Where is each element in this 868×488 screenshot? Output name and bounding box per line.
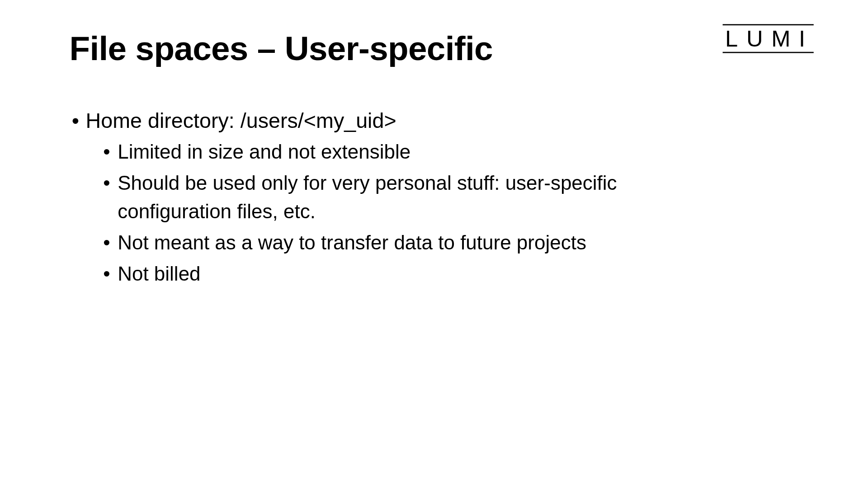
list-item: Limited in size and not extensible: [70, 137, 712, 166]
list-item: Home directory: /users/<my_uid>: [70, 105, 712, 136]
list-item: Not billed: [70, 260, 712, 289]
logo: LUMI: [723, 24, 814, 53]
list-item: Should be used only for very personal st…: [70, 169, 712, 226]
slide-content: Home directory: /users/<my_uid> Limited …: [70, 105, 712, 291]
slide-title: File spaces – User-specific: [70, 29, 493, 68]
list-item: Not meant as a way to transfer data to f…: [70, 229, 712, 258]
slide-container: LUMI File spaces – User-specific Home di…: [0, 0, 868, 488]
bullet-list: Home directory: /users/<my_uid> Limited …: [70, 105, 712, 288]
